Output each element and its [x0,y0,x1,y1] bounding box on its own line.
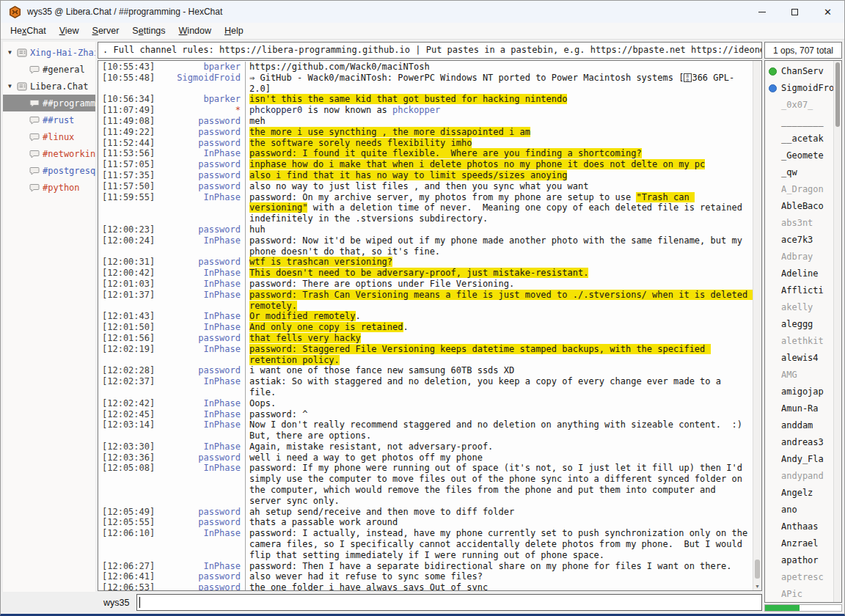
tree-expander-icon[interactable]: ▼ [8,49,15,56]
maximize-icon [791,9,798,15]
sidebar-item-libera.chat[interactable]: ▼Libera.Chat [3,78,95,95]
userlist-item-amigojap[interactable]: amigojap [765,384,833,400]
userlist-item-amun-ra[interactable]: Amun-Ra [765,400,833,417]
topic-bar[interactable]: . Full channel rules: https://libera-pro… [98,42,762,59]
text-segment: password: There are options under File V… [249,279,514,289]
message-text: password: There are options under File V… [245,279,753,290]
sidebar-item-networking[interactable]: #networking [3,145,95,162]
chat-message: [12:06:27]InPhasepassword: Then I have a… [98,561,753,572]
menu-item-window[interactable]: Window [172,24,218,37]
menu-item-view[interactable]: View [53,24,86,37]
menu-item-settings[interactable]: Settings [125,24,172,37]
userlist-item-sigmoidfroid[interactable]: SigmoidFroid [765,80,833,97]
userlist-item-andy_fla[interactable]: Andy_Fla [765,451,833,468]
chat-message: [12:01:03]InPhasepassword: There are opt… [98,279,753,290]
message-timestamp: [11:57:35] [98,170,153,181]
status-dot-placeholder [769,455,777,463]
menu-item-hexchat[interactable]: HexChat [4,24,53,37]
userlist-item-aleggg[interactable]: aleggg [765,316,833,333]
userlist-item-_qw[interactable]: _qw [765,164,833,181]
userlist-item-_0x07_[interactable]: _0x07_ [765,97,833,114]
userlist-item-anzrael[interactable]: Anzrael [765,535,833,552]
user-nick: ace7k3 [781,232,813,249]
sidebar-item-rust[interactable]: ##rust [3,111,95,128]
status-dot-placeholder [769,540,777,548]
sidebar-item-linux[interactable]: #linux [3,128,95,145]
maximize-button[interactable] [778,1,811,23]
userlist-item-abs3nt[interactable]: abs3nt [765,215,833,232]
message-nick: InPhase [153,148,245,159]
sidebar-item-label: Libera.Chat [30,81,88,92]
userlist-scrollbar-thumb[interactable] [835,62,840,127]
missing-glyph-icon: 88 [684,73,692,82]
userlist-item-apathor[interactable]: apathor [765,552,833,569]
menu-item-help[interactable]: Help [218,24,250,37]
userlist-item-akelly[interactable]: akelly [765,299,833,316]
userlist-item-alewis4[interactable]: alewis4 [765,350,833,367]
message-text: the software sorely needs flexibility im… [245,138,753,149]
user-nick: AbleBaco [781,198,824,215]
user-nick: aleggg [781,316,813,333]
chat-message: [12:00:31]passwordwtf is trashcan versio… [98,257,753,268]
userlist-item-ano[interactable]: ano [765,502,833,518]
userlist-scrollbar[interactable] [833,61,841,602]
userlist-item-afflicti[interactable]: Afflicti [765,282,833,299]
userlist-item-a_dragon[interactable]: A_Dragon [765,181,833,198]
text-segment: the one folder i have always says Out of… [249,582,488,590]
message-nick: InPhase [153,322,245,333]
highlighted-text: inphase how do i make that when i delete… [249,159,705,169]
sidebar-item-xing-hai-zhai[interactable]: ▼Xing-Hai-Zhai [3,44,95,61]
userlist-item-anddam[interactable]: anddam [765,417,833,434]
sidebar-item-programming[interactable]: ##programming [3,95,95,111]
close-button[interactable]: ✕ [811,1,844,23]
message-nick: InPhase [153,376,245,398]
sidebar-item-general[interactable]: #general [3,61,95,78]
sidebar-item-label: Xing-Hai-Zhai [30,48,95,58]
message-nick: password [153,224,245,235]
userlist-item-apic[interactable]: APic [765,586,833,602]
userlist-item-anthaas[interactable]: Anthaas [765,518,833,535]
message-nick: InPhase [153,344,245,366]
highlighted-text: Or modified remotely [249,311,356,321]
userlist-item-andreas3[interactable]: andreas3 [765,434,833,451]
server-icon [17,82,27,91]
chat-scrollbar[interactable]: ▼ [753,61,761,590]
text-segment: phckopper0 [249,105,302,115]
chat-scrollbar-thumb[interactable] [755,560,760,579]
message-nick: InPhase [153,419,245,441]
userlist-item-__acetak[interactable]: __acetak [765,131,833,147]
userlist-item-________[interactable]: ________ [765,114,833,131]
chat-message: [11:59:55]InPhasepassword: On my archive… [98,192,753,224]
green-status-dot-icon [769,67,777,76]
userlist-item-chanserv[interactable]: ChanServ [765,63,833,80]
chat-message: [10:56:34]bparkerisn't this the same kid… [98,94,753,105]
userlist-item-amg[interactable]: AMG [765,367,833,384]
minimize-button[interactable] [745,1,778,23]
tree-expander-icon[interactable]: ▼ [8,83,15,89]
userlist-item-ablebaco[interactable]: AbleBaco [765,198,833,215]
message-input[interactable] [136,594,762,611]
message-text: the more i use syncthing , the more diss… [245,127,753,138]
userlist-item-_geomete[interactable]: _Geomete [765,147,833,164]
userlist-item-apetresc[interactable]: apetresc [765,569,833,586]
status-dot-placeholder [769,118,777,126]
sidebar-item-postgresql[interactable]: #postgresql [3,162,95,179]
menu-item-server[interactable]: Server [86,24,126,37]
userlist-item-adbray[interactable]: Adbray [765,249,833,265]
message-nick: password [153,365,245,376]
message-timestamp: [12:05:49] [98,507,153,518]
message-nick: password [153,452,245,463]
userlist-item-alethkit[interactable]: alethkit [765,333,833,350]
scroll-down-arrow-icon[interactable]: ▼ [753,584,761,589]
chat-message: [12:05:49]passwordah setup send/receive … [98,507,753,518]
userlist-item-ace7k3[interactable]: ace7k3 [765,232,833,249]
message-nick: InPhase [153,311,245,322]
sidebar-item-python[interactable]: #python [3,179,95,196]
status-dot-placeholder [769,337,777,345]
userlist-item-andypand[interactable]: andypand [765,468,833,485]
userlist-item-adeline[interactable]: Adeline [765,265,833,282]
chat-message: [12:02:45]InPhasepassword: ^ [98,409,753,420]
userlist-item-angelz[interactable]: Angelz [765,485,833,502]
message-text: Or modified remotely. [245,311,753,322]
message-nick: InPhase [153,463,245,506]
